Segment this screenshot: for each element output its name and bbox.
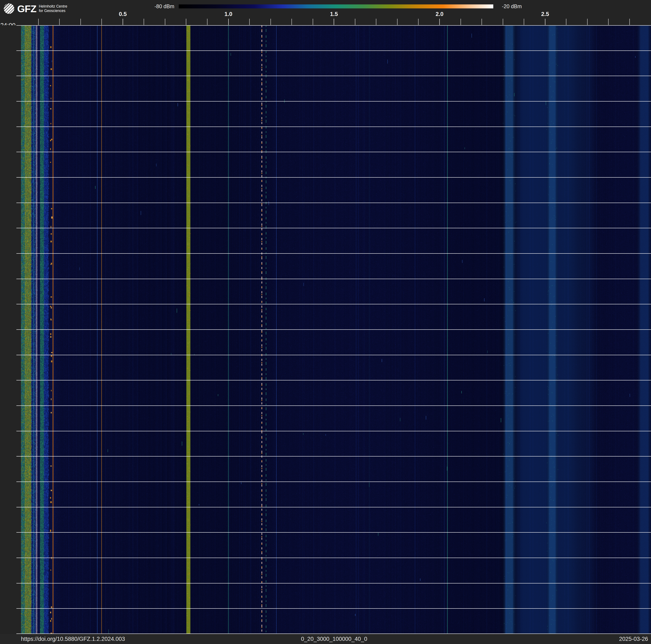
frequency-tick xyxy=(587,19,588,25)
frequency-tick xyxy=(503,19,503,25)
frequency-tick xyxy=(629,19,630,25)
frequency-tick xyxy=(101,19,102,25)
frequency-tick xyxy=(313,19,313,25)
frequency-tick-label: 1.5 xyxy=(324,11,343,18)
frequency-tick xyxy=(59,19,60,25)
frequency-tick xyxy=(38,19,39,25)
frequency-tick xyxy=(461,19,461,25)
frequency-tick xyxy=(249,19,250,25)
spectrogram-page: GFZ Helmholtz Centre for Geosciences -80… xyxy=(0,0,651,644)
frequency-tick xyxy=(228,19,229,25)
footer-bar: https://doi.org/10.5880/GFZ.1.2.2024.003… xyxy=(0,634,651,644)
frequency-tick xyxy=(334,19,334,25)
frequency-tick xyxy=(545,19,546,25)
frequency-tick-label: 2.0 xyxy=(430,11,449,18)
dataset-id-text: 0_20_3000_100000_40_0 xyxy=(17,636,651,642)
frequency-tick xyxy=(355,19,355,25)
frequency-tick xyxy=(207,19,208,25)
frequency-tick xyxy=(608,19,609,25)
frequency-tick xyxy=(186,19,186,25)
frequency-tick xyxy=(165,19,165,25)
spectrogram-canvas xyxy=(0,25,651,634)
frequency-tick xyxy=(418,19,418,25)
frequency-tick xyxy=(566,19,566,25)
frequency-tick xyxy=(144,19,144,25)
frequency-tick xyxy=(439,19,440,25)
frequency-axis: 0.51.01.52.02.5 xyxy=(0,0,651,25)
date-text: 2025-03-26 xyxy=(619,636,648,642)
frequency-tick-label: 2.5 xyxy=(536,11,555,18)
frequency-tick xyxy=(397,19,398,25)
frequency-tick xyxy=(482,19,482,25)
frequency-tick xyxy=(123,19,123,25)
frequency-tick-label: 0.5 xyxy=(114,11,132,18)
frequency-tick xyxy=(291,19,292,25)
frequency-tick xyxy=(81,19,81,25)
frequency-tick xyxy=(524,19,524,25)
frequency-tick-label: 1.0 xyxy=(219,11,238,18)
frequency-tick xyxy=(376,19,376,25)
frequency-tick xyxy=(271,19,271,25)
